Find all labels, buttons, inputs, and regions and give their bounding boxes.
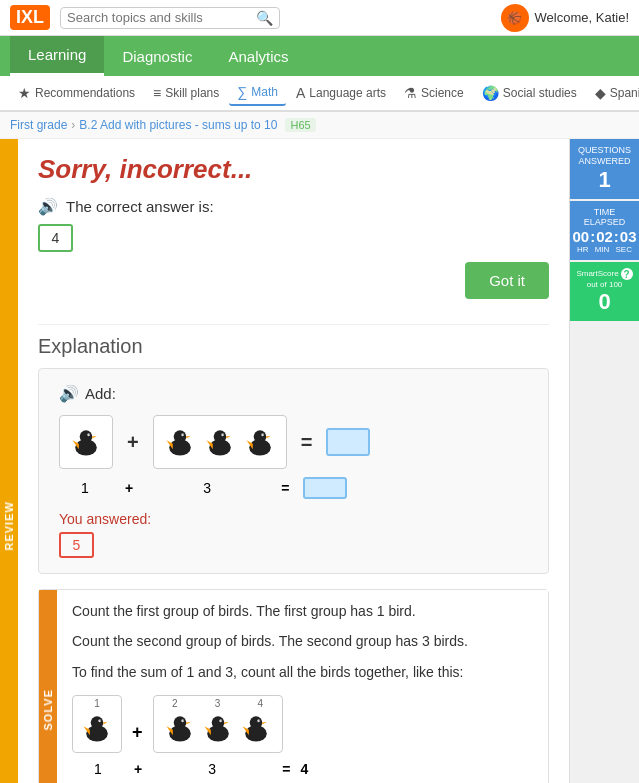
counting-bird-2b [200,710,236,746]
questions-answered-box: Questions answered 1 [570,139,639,199]
content-area: Sorry, incorrect... 🔊 The correct answer… [18,139,569,783]
subject-tab-skill-plans[interactable]: ≡ Skill plans [145,81,227,105]
bird-num-2: 2 [172,698,178,709]
count-eq-1: 1 [72,761,124,777]
subject-tab-label: Spanish [610,86,639,100]
answer-blank [326,428,370,456]
smart-score-value: 0 [574,289,635,315]
breadcrumb-separator: › [71,118,75,132]
subject-tab-social-studies[interactable]: 🌍 Social studies [474,81,585,105]
speaker-icon[interactable]: 🔊 [38,197,58,216]
subject-tabs: ★ Recommendations ≡ Skill plans ∑ Math A… [0,76,639,112]
birds-equation-row: + [59,415,528,469]
smart-score-info-icon[interactable]: ? [621,268,633,280]
social-studies-icon: 🌍 [482,85,499,101]
add-speaker-icon[interactable]: 🔊 [59,384,79,403]
answer-display [303,477,347,499]
solve-label: solve [39,590,57,783]
breadcrumb-skill-name[interactable]: B.2 Add with pictures - sums up to 10 [79,118,277,132]
subject-tab-spanish[interactable]: ◆ Spanish [587,81,639,105]
svg-marker-8 [186,436,191,439]
counting-bird-2a [162,710,198,746]
tab-analytics[interactable]: Analytics [210,36,306,76]
smart-score-label: SmartScore [576,269,618,279]
counting-group-2: 2 3 4 [153,695,283,753]
count-eq-plus: + [134,761,142,777]
counting-plus: + [132,722,143,743]
subject-tab-label: Math [251,85,278,99]
tab-diagnostic[interactable]: Diagnostic [104,36,210,76]
search-input[interactable] [67,10,252,25]
svg-marker-26 [103,722,108,725]
time-sep1: : [590,228,595,245]
svg-point-43 [249,716,262,729]
solve-content: Count the first group of birds. The firs… [57,590,548,783]
svg-point-37 [211,716,224,729]
smart-score-sub: out of 100 [574,280,635,289]
science-icon: ⚗ [404,85,417,101]
counting-bird-2c [238,710,274,746]
counting-group-1: 1 [72,695,122,753]
count-eq-equals: = [282,761,290,777]
math-icon: ∑ [237,84,247,100]
min-label: MIN [595,245,610,254]
svg-point-7 [173,430,186,443]
count-eq-3: 3 [152,761,272,777]
svg-point-4 [89,434,90,435]
tab-learning[interactable]: Learning [10,36,104,76]
equals-sign: = [301,431,313,454]
correct-answer-value: 4 [38,224,73,252]
subject-tab-recommendations[interactable]: ★ Recommendations [10,81,143,105]
counting-bird-box-2: 2 3 4 [153,695,283,753]
subject-tab-science[interactable]: ⚗ Science [396,81,472,105]
explanation-line-3: To find the sum of 1 and 3, count all th… [72,661,533,683]
time-sec: 03 [620,228,637,245]
svg-point-25 [91,716,104,729]
counting-bird-1 [79,710,115,746]
subject-tab-language-arts[interactable]: A Language arts [288,81,394,105]
explanation-line-1: Count the first group of birds. The firs… [72,600,533,622]
svg-point-10 [182,434,183,435]
operator-plus: + [127,431,139,454]
svg-marker-44 [262,722,267,725]
ixl-logo[interactable]: IXL [10,5,50,30]
explanation-title: Explanation [38,324,549,358]
bird-num-3: 3 [215,698,221,709]
add-label: 🔊 Add: [59,384,528,403]
bird-2b [202,424,238,460]
main-area: review Sorry, incorrect... 🔊 The correct… [0,139,639,783]
got-it-button[interactable]: Got it [465,262,549,299]
smart-score-header: SmartScore ? [574,268,635,280]
search-bar[interactable]: 🔍 [60,7,280,29]
bird-1 [68,424,104,460]
your-answer-value: 5 [59,532,94,558]
problem-area: 🔊 Add: + [38,368,549,574]
add-text: Add: [85,385,116,402]
svg-point-31 [173,716,186,729]
bird-2a [162,424,198,460]
breadcrumb-skill-code: H65 [285,118,315,132]
avatar: 🏀 [501,4,529,32]
sec-label: SEC [615,245,631,254]
breadcrumb: First grade › B.2 Add with pictures - su… [0,112,639,139]
count-row: 1 + 3 = [59,477,528,499]
svg-point-34 [182,720,183,721]
right-panel: Questions answered 1 Time elapsed 00 : 0… [569,139,639,783]
svg-point-13 [213,430,226,443]
svg-point-46 [258,720,259,721]
skill-plans-icon: ≡ [153,85,161,101]
bird-group-2 [153,415,287,469]
got-it-container: Got it [38,262,549,309]
svg-marker-20 [266,436,271,439]
subject-tab-math[interactable]: ∑ Math [229,80,286,106]
count-equation-row: 1 + 3 = 4 [72,761,533,777]
time-elapsed-label: Time elapsed [574,207,635,229]
svg-point-1 [80,430,93,443]
bird-numbers-row: 2 3 4 [154,698,282,709]
header-right: 🏀 Welcome, Katie! [501,4,629,32]
breadcrumb-grade[interactable]: First grade [10,118,67,132]
svg-marker-32 [186,722,191,725]
bird-group-1 [59,415,113,469]
recommendations-icon: ★ [18,85,31,101]
svg-point-40 [220,720,221,721]
